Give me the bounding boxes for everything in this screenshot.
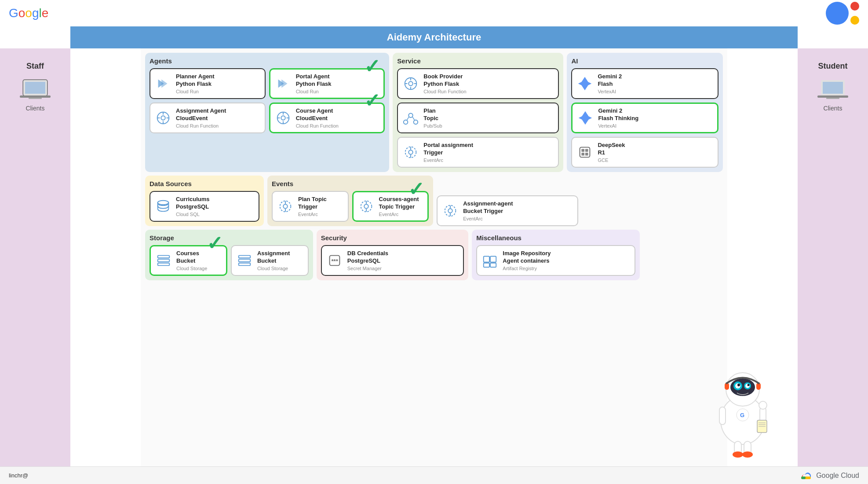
planner-agent-wrapper: Planner AgentPython Flask Cloud Run: [150, 68, 266, 99]
events-grid: Plan TopicTrigger EventArc ✓: [272, 191, 429, 222]
portal-trigger-icon: [402, 144, 419, 161]
misc-section-label: Miscellaneous: [476, 234, 635, 242]
course-agent-icon: [275, 110, 292, 126]
portal-trigger-title: Portal assignmentTrigger: [423, 142, 554, 157]
svg-rect-2: [25, 82, 45, 94]
courses-topic-trigger-subtitle: EventArc: [379, 212, 423, 217]
assignment-bucket-trigger-text: Assignment-agentBucket Trigger EventArc: [463, 200, 573, 221]
svg-rect-68: [484, 263, 489, 268]
book-provider-title: Book ProviderPython Flask: [423, 73, 554, 88]
plan-topic-title: PlanTopic: [423, 107, 554, 122]
svg-rect-69: [490, 263, 496, 268]
svg-marker-8: [281, 80, 287, 88]
google-cloud-text: Google Cloud: [816, 472, 859, 480]
assignment-bucket-trigger-icon: [442, 202, 459, 219]
events-section: Events Plan TopicT: [267, 176, 433, 226]
svg-rect-66: [484, 257, 489, 262]
svg-rect-41: [582, 153, 585, 156]
svg-line-30: [407, 117, 409, 120]
deepseek-text: DeepSeekR1 GCE: [598, 142, 713, 163]
data-sources-label: Data Sources: [150, 180, 259, 187]
planner-agent-subtitle: Cloud Run: [176, 89, 260, 94]
svg-point-29: [414, 120, 418, 125]
courses-bucket-check: ✓: [207, 232, 223, 254]
gemini-flash-subtitle: VertexAI: [598, 89, 713, 94]
security-section-label: Security: [321, 234, 464, 242]
assignment-bucket-title: AssignmentBucket: [257, 250, 303, 265]
svg-point-16: [281, 116, 285, 120]
plan-topic-icon: [402, 110, 419, 126]
svg-point-28: [404, 120, 408, 125]
ai-section-label: AI: [571, 57, 718, 65]
row2: Data Sources CurriculumsPostgr: [145, 176, 723, 226]
assignment-agent-wrapper: Assignment AgentCloudEvent Cloud Run Fun…: [150, 103, 266, 133]
svg-point-22: [409, 81, 413, 86]
assignment-bucket-trigger-card: Assignment-agentBucket Trigger EventArc: [437, 195, 578, 226]
gemini-flash-text: Gemini 2Flash VertexAI: [598, 73, 713, 94]
svg-rect-58: [158, 256, 170, 258]
db-credentials-subtitle: Secret Manager: [347, 266, 459, 271]
svg-rect-39: [582, 149, 585, 152]
google-logo: Google: [9, 6, 48, 20]
svg-text:G: G: [740, 412, 744, 418]
db-credentials-title: DB CredentialsPostgreSQL: [347, 250, 459, 265]
gemini-thinking-title: Gemini 2Flash Thinking: [598, 107, 713, 122]
db-credentials-text: DB CredentialsPostgreSQL Secret Manager: [347, 250, 459, 271]
plan-topic-subtitle: Pub/Sub: [423, 123, 554, 128]
deepseek-title: DeepSeekR1: [598, 142, 713, 157]
svg-point-55: [448, 209, 452, 213]
svg-text:***: ***: [331, 258, 338, 264]
courses-bucket-subtitle: Cloud Storage: [176, 266, 222, 271]
planner-agent-card: Planner AgentPython Flask Cloud Run: [150, 68, 266, 99]
agents-row1: Planner AgentPython Flask Cloud Run ✓: [150, 68, 385, 99]
assistant-icon: [826, 2, 859, 25]
planner-agent-title: Planner AgentPython Flask: [176, 73, 260, 88]
gemini-thinking-card: Gemini 2Flash Thinking VertexAI: [571, 103, 718, 133]
storage-grid: ✓ CoursesBucket Clo: [150, 245, 309, 276]
courses-topic-trigger-wrapper: ✓ Courses-agentT: [352, 191, 429, 222]
deepseek-icon: [576, 144, 593, 161]
svg-point-95: [742, 451, 753, 458]
svg-rect-67: [490, 257, 496, 262]
svg-point-10: [161, 116, 165, 120]
assistant-dots: [850, 2, 859, 25]
svg-rect-62: [239, 259, 251, 262]
image-repo-icon: [481, 252, 498, 269]
svg-marker-36: [578, 77, 591, 90]
assignment-agent-title: Assignment AgentCloudEvent: [176, 107, 260, 122]
assignment-agent-icon: [155, 110, 171, 126]
staff-client-label: Clients: [26, 105, 45, 112]
image-repo-card: Image RepositoryAgent containers Artifac…: [476, 245, 635, 276]
svg-rect-38: [580, 147, 590, 158]
assignment-bucket-trigger-title: Assignment-agentBucket Trigger: [463, 200, 573, 215]
assignment-bucket-card: AssignmentBucket Cloud Storage: [231, 245, 309, 276]
plan-topic-text: PlanTopic Pub/Sub: [423, 107, 554, 128]
bottom-user: linchr@: [9, 472, 28, 479]
storage-section: Storage ✓: [145, 230, 313, 280]
google-cloud-icon: [799, 471, 813, 480]
gemini-flash-title: Gemini 2Flash: [598, 73, 713, 88]
curriculums-card: CurriculumsPostgreSQL Cloud SQL: [150, 191, 259, 222]
security-section: Security *** DB CredentialsPostgreSQL Se…: [317, 230, 469, 280]
plan-topic-trigger-subtitle: EventArc: [298, 212, 343, 217]
svg-line-31: [412, 117, 415, 120]
google-cloud-logo: Google Cloud: [799, 471, 859, 480]
agents-section: Agents Planner: [145, 53, 389, 172]
student-client-label: Clients: [824, 105, 842, 112]
svg-rect-42: [585, 153, 588, 156]
svg-rect-89: [719, 407, 726, 425]
svg-rect-61: [239, 256, 251, 258]
svg-point-43: [158, 201, 169, 205]
student-laptop-icon: [817, 78, 848, 102]
agents-section-label: Agents: [150, 57, 385, 65]
courses-topic-check: ✓: [408, 178, 424, 200]
image-repo-text: Image RepositoryAgent containers Artifac…: [503, 250, 630, 271]
staff-laptop-icon: [20, 78, 51, 102]
gemini-thinking-text: Gemini 2Flash Thinking VertexAI: [598, 107, 713, 128]
service-section: Service: [393, 53, 563, 172]
plan-topic-card: PlanTopic Pub/Sub: [397, 103, 559, 133]
book-provider-subtitle: Cloud Run Function: [423, 89, 554, 94]
assignment-agent-subtitle: Cloud Run Function: [176, 123, 260, 128]
svg-point-51: [364, 204, 368, 209]
staff-label: Staff: [26, 62, 44, 71]
